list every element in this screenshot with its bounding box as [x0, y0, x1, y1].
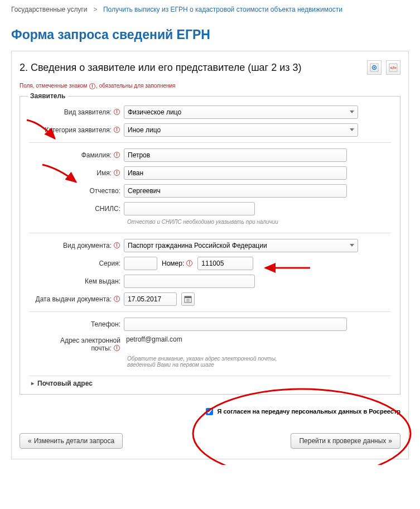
- postal-address-toggle[interactable]: Почтовый адрес: [29, 376, 391, 387]
- breadcrumb-root: Государственные услуги: [11, 6, 88, 13]
- number-input[interactable]: [201, 260, 249, 267]
- breadcrumb-sep: >: [91, 6, 99, 13]
- patronymic-input[interactable]: [128, 187, 343, 195]
- required-mark-icon: !: [186, 260, 192, 266]
- chevron-right-icon: »: [388, 437, 392, 445]
- consent-label[interactable]: Я согласен на передачу персональных данн…: [206, 408, 400, 415]
- svg-text:</>: </>: [390, 65, 397, 70]
- required-mark-icon: !: [114, 345, 120, 351]
- svg-point-2: [374, 67, 375, 69]
- breadcrumb: Государственные услуги > Получить выписк…: [11, 6, 409, 13]
- page-title: Форма запроса сведений ЕГРН: [11, 27, 409, 42]
- svg-rect-6: [185, 296, 191, 298]
- back-button[interactable]: « Изменить детали запроса: [20, 433, 123, 449]
- applicant-fieldset: Заявитель Вид заявителя:! Физическое лиц…: [20, 96, 400, 395]
- issued-by-input[interactable]: [128, 277, 251, 285]
- email-value: petroff@gmail.com: [126, 335, 182, 343]
- surname-input[interactable]: [128, 151, 343, 159]
- applicant-category-select[interactable]: Иное лицо: [124, 123, 358, 137]
- required-mark-icon: !: [114, 152, 120, 158]
- fieldset-legend: Заявитель: [28, 92, 68, 100]
- step-title: 2. Сведения о заявителе или его представ…: [20, 62, 302, 74]
- applicant-type-select[interactable]: Физическое лицо: [124, 105, 358, 119]
- phone-input[interactable]: [128, 320, 343, 328]
- form-panel: 2. Сведения о заявителе или его представ…: [11, 51, 409, 459]
- chevron-down-icon: [350, 111, 354, 113]
- calendar-button[interactable]: [181, 292, 195, 306]
- email-hint: Обратите внимание, указан адрес электрон…: [127, 354, 306, 372]
- consent-checkbox[interactable]: [206, 408, 213, 415]
- series-input[interactable]: [128, 260, 153, 267]
- breadcrumb-link[interactable]: Получить выписку из ЕГРН о кадастровой с…: [103, 6, 342, 13]
- name-hint: Отчество и СНИЛС необходимо указывать пр…: [127, 218, 391, 229]
- consent-row: Я согласен на передачу персональных данн…: [20, 404, 400, 431]
- name-input[interactable]: [128, 169, 343, 177]
- forward-button[interactable]: Перейти к проверке данных »: [291, 433, 400, 449]
- preview-icon[interactable]: [367, 60, 382, 75]
- chevron-down-icon: [350, 244, 354, 247]
- snils-input[interactable]: [128, 205, 251, 213]
- required-mark-icon: !: [89, 83, 95, 89]
- required-mark-icon: !: [114, 127, 120, 133]
- chevron-down-icon: [350, 128, 354, 131]
- required-mark-icon: !: [114, 109, 120, 115]
- required-mark-icon: !: [114, 170, 120, 176]
- code-icon[interactable]: </>: [386, 60, 400, 75]
- required-mark-icon: !: [114, 242, 120, 248]
- required-mark-icon: !: [114, 296, 120, 302]
- issue-date-input[interactable]: [128, 295, 173, 303]
- required-note: Поля, отмеченные знаком !, обязательны д…: [20, 83, 400, 89]
- doc-type-select[interactable]: Паспорт гражданина Российской Федерации: [124, 239, 358, 252]
- calendar-icon: [184, 295, 192, 303]
- chevron-left-icon: «: [28, 437, 32, 445]
